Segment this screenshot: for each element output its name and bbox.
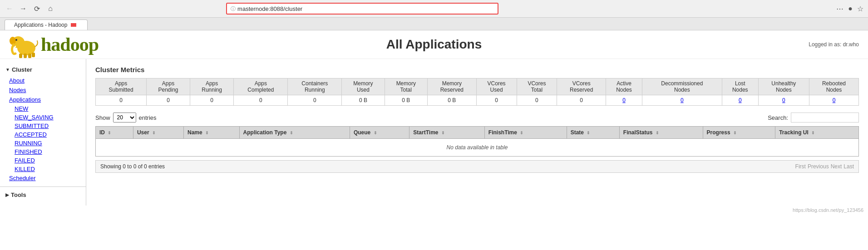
- search-input[interactable]: [791, 113, 859, 123]
- sidebar-item-new[interactable]: NEW: [0, 104, 86, 113]
- col-header-state[interactable]: State ⇕: [567, 127, 619, 139]
- sort-icon-app-type: ⇕: [290, 131, 293, 135]
- star-icon[interactable]: ☆: [857, 5, 863, 13]
- metrics-header-vcores-reserved: VCoresReserved: [557, 78, 606, 95]
- secure-icon: ⓘ: [231, 5, 236, 12]
- sidebar-item-running[interactable]: RUNNING: [0, 139, 86, 147]
- content-area: Cluster Metrics AppsSubmitted AppsPendin…: [86, 59, 868, 206]
- metrics-val-unhealthy-nodes[interactable]: 0: [758, 95, 809, 106]
- search-label: Search:: [768, 114, 788, 121]
- sidebar-item-finished[interactable]: FINISHED: [0, 147, 86, 156]
- footer-watermark: https://blog.csdn.net/py_123456: [0, 206, 868, 215]
- hadoop-logo-text: hadoop: [41, 34, 99, 55]
- reload-button[interactable]: ⟳: [32, 4, 42, 14]
- metrics-header-apps-pending: AppsPending: [147, 78, 190, 95]
- browser-tab-active[interactable]: Applications - Hadoop: [5, 20, 88, 30]
- metrics-header-unhealthy-nodes: UnhealthyNodes: [758, 78, 809, 95]
- hadoop-logo: hadoop: [9, 31, 99, 58]
- metrics-val-decommissioned-nodes[interactable]: 0: [642, 95, 722, 106]
- col-header-name[interactable]: Name ⇕: [184, 127, 240, 139]
- pagination-buttons: First Previous Next Last: [795, 163, 854, 170]
- metrics-val-vcores-reserved: 0: [557, 95, 606, 106]
- pagination-last[interactable]: Last: [843, 163, 854, 170]
- browser-chrome: ← → ⟳ ⌂ ⓘ ⋯ ● ☆: [0, 0, 868, 18]
- svg-rect-7: [32, 53, 35, 57]
- sort-icon-start-time: ⇕: [441, 131, 445, 135]
- metrics-val-apps-pending: 0: [147, 95, 190, 106]
- sidebar-tools-header[interactable]: ▶ Tools: [0, 186, 86, 201]
- sort-icon-name: ⇕: [205, 131, 209, 135]
- tab-label: Applications - Hadoop: [14, 22, 67, 28]
- tab-highlight: [71, 23, 76, 27]
- cluster-arrow: ▼: [5, 67, 10, 72]
- sidebar-item-scheduler[interactable]: Scheduler: [0, 173, 86, 183]
- page-title: All Applications: [386, 37, 482, 52]
- col-header-queue[interactable]: Queue ⇕: [350, 127, 409, 139]
- metrics-header-lost-nodes: LostNodes: [722, 78, 758, 95]
- col-header-final-status[interactable]: FinalStatus ⇕: [619, 127, 703, 139]
- search-area: Search:: [768, 113, 859, 123]
- metrics-val-apps-running: 0: [190, 95, 234, 106]
- svg-point-2: [10, 37, 16, 45]
- col-header-user[interactable]: User ⇕: [133, 127, 183, 139]
- page-header: hadoop All Applications Logged in as: dr…: [0, 30, 868, 59]
- svg-rect-4: [19, 54, 22, 58]
- col-header-tracking-ui[interactable]: Tracking UI ⇕: [775, 127, 859, 139]
- sidebar-item-accepted[interactable]: ACCEPTED: [0, 130, 86, 139]
- svg-point-3: [15, 39, 17, 41]
- show-label: Show: [95, 114, 110, 121]
- no-data-row: No data available in table: [96, 139, 859, 157]
- address-bar-wrapper: ⓘ: [226, 3, 498, 15]
- show-entries-select[interactable]: 10 20 50 100: [113, 113, 136, 123]
- metrics-header-apps-running: AppsRunning: [190, 78, 234, 95]
- sidebar-cluster-header[interactable]: ▼ Cluster: [0, 64, 86, 76]
- metrics-val-rebooted-nodes[interactable]: 0: [809, 95, 858, 106]
- sidebar: ▼ Cluster About Nodes Applications NEW N…: [0, 59, 86, 206]
- browser-right-icons: ⋯ ● ☆: [836, 5, 863, 13]
- no-data-message: No data available in table: [96, 139, 859, 157]
- back-button[interactable]: ←: [5, 4, 15, 14]
- more-icon[interactable]: ⋯: [836, 5, 843, 13]
- pocket-icon[interactable]: ●: [848, 5, 853, 13]
- metrics-val-vcores-used: 0: [476, 95, 517, 106]
- sort-icon-final-status: ⇕: [656, 131, 659, 135]
- address-bar[interactable]: [237, 5, 494, 12]
- home-button[interactable]: ⌂: [45, 4, 55, 14]
- sidebar-item-about[interactable]: About: [0, 76, 86, 85]
- col-header-finish-time[interactable]: FinishTime ⇕: [484, 127, 567, 139]
- elephant-icon: [9, 31, 41, 58]
- applications-table: ID ⇕ User ⇕ Name ⇕ Application Type ⇕ Qu…: [95, 126, 859, 157]
- page-wrapper: hadoop All Applications Logged in as: dr…: [0, 30, 868, 215]
- sidebar-item-nodes[interactable]: Nodes: [0, 85, 86, 95]
- col-header-app-type[interactable]: Application Type ⇕: [239, 127, 350, 139]
- metrics-val-active-nodes[interactable]: 0: [606, 95, 642, 106]
- col-header-id[interactable]: ID ⇕: [96, 127, 133, 139]
- forward-button[interactable]: →: [18, 4, 28, 14]
- logged-in-label: Logged in as: dr.who: [809, 41, 859, 48]
- metrics-header-memory-reserved: MemoryReserved: [427, 78, 476, 95]
- sidebar-item-submitted[interactable]: SUBMITTED: [0, 122, 86, 130]
- tools-label: Tools: [11, 191, 26, 198]
- showing-text: Showing 0 to 0 of 0 entries: [100, 163, 165, 170]
- logo-area: hadoop: [9, 31, 99, 58]
- sidebar-item-new-saving[interactable]: NEW_SAVING: [0, 113, 86, 122]
- main-layout: ▼ Cluster About Nodes Applications NEW N…: [0, 59, 868, 206]
- pagination-first[interactable]: First: [795, 163, 806, 170]
- svg-rect-5: [24, 54, 27, 58]
- sort-icon-id: ⇕: [108, 131, 111, 135]
- sidebar-item-killed[interactable]: KILLED: [0, 165, 86, 173]
- col-header-start-time[interactable]: StartTime ⇕: [409, 127, 485, 139]
- col-header-progress[interactable]: Progress ⇕: [703, 127, 775, 139]
- show-entries: Show 10 20 50 100 entries: [95, 113, 157, 123]
- sidebar-item-applications[interactable]: Applications: [0, 95, 86, 104]
- metrics-val-memory-used: 0 B: [342, 95, 385, 106]
- pagination-next[interactable]: Next: [831, 163, 842, 170]
- metrics-val-apps-submitted: 0: [96, 95, 147, 106]
- sidebar-item-failed[interactable]: FAILED: [0, 156, 86, 165]
- metrics-header-decommissioned-nodes: DecommissionedNodes: [642, 78, 722, 95]
- browser-tabs: Applications - Hadoop: [0, 18, 868, 30]
- metrics-val-lost-nodes[interactable]: 0: [722, 95, 758, 106]
- cluster-label: Cluster: [12, 66, 32, 73]
- sort-icon-queue: ⇕: [374, 131, 377, 135]
- pagination-previous[interactable]: Previous: [808, 163, 829, 170]
